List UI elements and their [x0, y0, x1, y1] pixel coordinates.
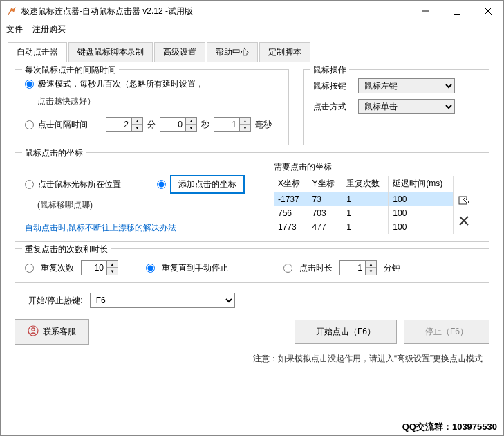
contact-button[interactable]: 联系客服: [15, 319, 89, 345]
spin-down-icon[interactable]: ▼: [240, 125, 250, 131]
spin-up-icon[interactable]: ▲: [107, 261, 118, 268]
table-title: 需要点击的坐标: [274, 161, 479, 173]
repeat-count-label: 重复次数: [41, 262, 74, 274]
menu-register[interactable]: 注册购买: [32, 24, 66, 35]
ms-unit: 毫秒: [255, 119, 272, 131]
duration-input[interactable]: ▲▼: [339, 260, 377, 275]
window-buttons: [410, 1, 503, 21]
app-icon: [6, 6, 17, 17]
drift-help-link[interactable]: 自动点击时,鼠标不断往上漂移的解决办法: [25, 222, 260, 234]
spin-up-icon[interactable]: ▲: [240, 118, 250, 125]
add-coord-button[interactable]: 添加点击的坐标: [170, 175, 245, 194]
tab-help[interactable]: 帮助中心: [207, 42, 258, 62]
spin-up-icon[interactable]: ▲: [186, 118, 196, 125]
window-title: 极速鼠标连点器-自动鼠标点击器 v2.12 -试用版: [21, 6, 410, 17]
mouse-button-label: 鼠标按键: [313, 80, 351, 92]
coord-group: 鼠标点击的坐标 点击鼠标光标所在位置 添加点击的坐标 (鼠标移哪点哪) 自动点击…: [15, 152, 489, 242]
edit-icon[interactable]: [458, 195, 470, 208]
hotkey-label: 开始/停止热键:: [28, 295, 83, 307]
maximize-button[interactable]: [441, 1, 472, 21]
interval-group: 每次鼠标点击的间隔时间 极速模式，每秒几百次（忽略所有延时设置， 点击越快越好）…: [15, 69, 289, 145]
duration-unit: 分钟: [384, 262, 400, 274]
svg-rect-1: [454, 8, 460, 15]
fast-mode-label: 极速模式，每秒几百次（忽略所有延时设置，: [38, 78, 204, 90]
tab-bar: 自动点击器 键盘鼠标脚本录制 高级设置 帮助中心 定制脚本: [8, 42, 496, 62]
repeat-group: 重复点击的次数和时长 重复次数 ▲▼ 重复直到手动停止 点击时长 ▲▼ 分钟: [15, 248, 489, 283]
coord-title: 鼠标点击的坐标: [22, 147, 86, 159]
cursor-pos-sub: (鼠标移哪点哪): [37, 199, 260, 211]
tab-custom[interactable]: 定制脚本: [259, 42, 310, 62]
minimize-button[interactable]: [410, 1, 441, 21]
duration-label: 点击时长: [299, 262, 333, 274]
stop-button[interactable]: 停止（F6）: [404, 320, 489, 344]
ms-input[interactable]: ▲▼: [214, 117, 251, 132]
user-icon: [28, 325, 39, 338]
radio-repeat-until-stop[interactable]: [146, 264, 155, 273]
interval-title: 每次鼠标点击的间隔时间: [22, 64, 119, 76]
spin-up-icon[interactable]: ▲: [132, 118, 142, 125]
close-button[interactable]: [472, 1, 503, 21]
spin-down-icon[interactable]: ▼: [366, 268, 376, 275]
menubar: 文件 注册购买: [1, 21, 503, 37]
start-button[interactable]: 开始点击（F6）: [295, 320, 397, 344]
svg-point-8: [32, 328, 35, 331]
spin-down-icon[interactable]: ▼: [107, 268, 118, 275]
spin-up-icon[interactable]: ▲: [366, 261, 376, 268]
mouse-button-select[interactable]: 鼠标左键: [358, 78, 455, 93]
tab-advanced[interactable]: 高级设置: [154, 42, 205, 62]
delete-icon[interactable]: [458, 215, 470, 227]
min-unit: 分: [147, 119, 156, 131]
table-row[interactable]: 7567031100: [274, 206, 454, 220]
mouse-title: 鼠标操作: [310, 64, 349, 76]
radio-add-coord[interactable]: [157, 180, 166, 189]
fast-mode-sub: 点击越快越好）: [37, 96, 279, 107]
radio-interval[interactable]: [25, 120, 34, 129]
tab-record[interactable]: 键盘鼠标脚本录制: [68, 42, 153, 62]
table-row[interactable]: -1737731100: [274, 192, 454, 207]
minutes-input[interactable]: ▲▼: [106, 117, 143, 132]
hotkey-select[interactable]: F6: [90, 293, 235, 308]
radio-repeat-count[interactable]: [25, 264, 34, 273]
seconds-input[interactable]: ▲▼: [160, 117, 197, 132]
spin-down-icon[interactable]: ▼: [186, 125, 196, 131]
repeat-title: 重复点击的次数和时长: [22, 244, 111, 255]
note-text: 注意：如果模拟点击没起作用，请进入“高级设置”更换点击模式: [15, 353, 489, 365]
radio-duration[interactable]: [283, 264, 292, 273]
tab-auto-clicker[interactable]: 自动点击器: [8, 42, 67, 62]
titlebar: 极速鼠标连点器-自动鼠标点击器 v2.12 -试用版: [1, 1, 503, 21]
spin-down-icon[interactable]: ▼: [132, 125, 142, 131]
coord-table: X坐标 Y坐标 重复次数 延迟时间(ms) -1737731100 756703…: [274, 176, 454, 234]
interval-label: 点击间隔时间: [38, 119, 88, 131]
table-row[interactable]: 17734771100: [274, 220, 454, 234]
cursor-pos-label: 点击鼠标光标所在位置: [38, 179, 121, 190]
radio-fast-mode[interactable]: [25, 80, 34, 89]
mouse-group: 鼠标操作 鼠标按键 鼠标左键 点击方式 鼠标单击: [303, 69, 489, 145]
tab-content: 每次鼠标点击的间隔时间 极速模式，每秒几百次（忽略所有延时设置， 点击越快越好）…: [1, 62, 503, 372]
click-mode-select[interactable]: 鼠标单击: [358, 99, 455, 114]
menu-file[interactable]: 文件: [6, 24, 23, 35]
sec-unit: 秒: [201, 119, 209, 131]
radio-cursor-pos[interactable]: [25, 180, 34, 189]
table-header: X坐标 Y坐标 重复次数 延迟时间(ms): [274, 176, 454, 192]
repeat-until-label: 重复直到手动停止: [162, 262, 228, 274]
repeat-count-input[interactable]: ▲▼: [81, 260, 118, 275]
footer-text: QQ交流群：103975530: [402, 421, 497, 433]
click-mode-label: 点击方式: [313, 101, 351, 113]
